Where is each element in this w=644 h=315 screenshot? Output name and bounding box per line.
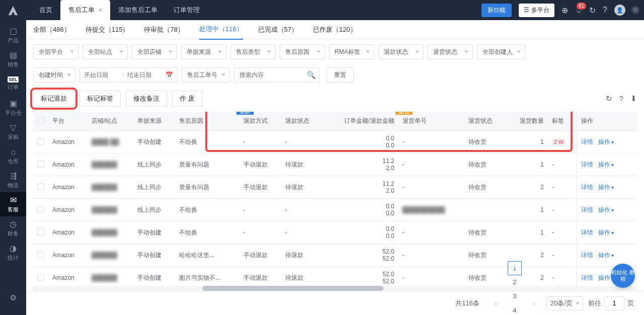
globe-icon[interactable]: ⊕	[561, 6, 568, 15]
reset-button[interactable]: 重置	[327, 67, 354, 83]
detail-link[interactable]: 详情	[581, 252, 593, 259]
action-dropdown[interactable]: 操作	[598, 229, 614, 236]
search-wrap: 🔍	[234, 67, 319, 83]
refresh-icon[interactable]: ↻	[606, 94, 612, 103]
row-checkbox[interactable]	[37, 138, 44, 145]
filter-source[interactable]: 单据来源	[181, 44, 226, 59]
tab-add-aftersales[interactable]: 添加售后工单	[110, 0, 166, 20]
multi-platform-button[interactable]: ☰多平台	[519, 4, 554, 17]
page-next[interactable]: ›	[527, 296, 541, 310]
action-dropdown[interactable]: 操作	[598, 252, 614, 259]
download-icon[interactable]: ⬇	[630, 94, 637, 103]
row-checkbox[interactable]	[37, 251, 44, 258]
page-prev[interactable]: ‹	[489, 296, 503, 310]
page-number[interactable]: 4	[508, 303, 522, 316]
detail-link[interactable]: 详情	[581, 138, 593, 145]
sidebar-label: 平台仓	[5, 109, 22, 117]
date-range[interactable]: - 📅	[79, 67, 178, 83]
cell-return-no: -	[398, 267, 464, 286]
action-dropdown[interactable]: 操作	[598, 184, 614, 191]
sidebar-item-settings[interactable]: ⚙	[0, 286, 26, 310]
sidebar-item-stats[interactable]: ◑统计	[0, 241, 26, 265]
tab-home[interactable]: 首页	[31, 0, 60, 20]
sidebar-item-order[interactable]: SEL订单	[0, 71, 26, 96]
filter-return-status[interactable]: 退货状态	[428, 44, 473, 59]
sidebar-item-purchase[interactable]: ▽采购	[0, 120, 26, 144]
tab-aftersales[interactable]: 售后工单×	[60, 0, 110, 20]
sidebar-label: 统计	[8, 254, 19, 262]
cell-return-no: -	[398, 221, 464, 244]
subtab-all[interactable]: 全部（486）	[33, 20, 70, 39]
sidebar-item-platform-warehouse[interactable]: ▣平台仓	[0, 96, 26, 120]
stack-icon: ☰	[524, 7, 529, 14]
row-checkbox[interactable]	[37, 183, 44, 190]
filter-platform[interactable]: 全部平台	[33, 44, 78, 59]
edit-note-button[interactable]: 修改备注	[126, 91, 167, 107]
filter-refund-status[interactable]: 退款状态	[378, 44, 424, 59]
void-button[interactable]: 作 废	[172, 91, 202, 107]
sidebar-item-finance[interactable]: ◷财务	[0, 216, 26, 241]
help-icon[interactable]: ?	[603, 6, 607, 15]
cell-ops: 详情操作	[577, 176, 637, 199]
subtab-void[interactable]: 已作废（120）	[313, 20, 357, 39]
sidebar-item-service[interactable]: ✉客服	[0, 192, 26, 216]
col-ops: 操作	[577, 112, 637, 131]
bell-icon[interactable]: ♤61	[575, 6, 582, 15]
filter-shop[interactable]: 全部店铺	[132, 44, 177, 59]
help-circle-icon[interactable]: ?	[619, 94, 623, 103]
cell-tag: -	[548, 221, 577, 244]
subtab-pending-approve[interactable]: 待审批（78）	[144, 20, 184, 39]
scroll-thumb[interactable]	[202, 286, 383, 291]
new-feature-button[interactable]: 新功能	[481, 4, 512, 17]
start-date-input[interactable]	[84, 71, 119, 78]
mark-tag-button[interactable]: 标记标签	[79, 91, 121, 107]
detail-link[interactable]: 详情	[581, 161, 593, 168]
cell-qty: 2	[506, 176, 548, 199]
filter-creator[interactable]: 全部创建人	[477, 44, 525, 59]
page-jump-input[interactable]	[604, 296, 624, 310]
page-size-select[interactable]: 20条/页	[546, 296, 583, 310]
cell-refund-method: 手动退款	[239, 267, 281, 286]
tab-order-mgmt[interactable]: 订单管理	[166, 0, 208, 20]
avatar[interactable]: 👤	[614, 5, 625, 16]
row-checkbox[interactable]	[37, 274, 44, 281]
detail-link[interactable]: 详情	[581, 184, 593, 191]
cell-return-status: 待收货	[464, 267, 506, 286]
detail-link[interactable]: 详情	[581, 274, 593, 281]
horizontal-scrollbar[interactable]	[33, 286, 637, 291]
filter-reason[interactable]: 售后原因	[280, 44, 325, 59]
history-icon[interactable]: ↻	[589, 6, 596, 15]
subtab-completed[interactable]: 已完成（57）	[258, 20, 298, 39]
float-help-button[interactable]: 初始化 教程	[611, 264, 635, 288]
tag-badge: 2 W	[552, 138, 566, 145]
filter-rma[interactable]: RMA标签	[329, 44, 374, 59]
row-checkbox[interactable]	[37, 206, 44, 213]
detail-link[interactable]: 详情	[581, 229, 593, 236]
action-dropdown[interactable]: 操作	[598, 206, 614, 213]
page-number[interactable]: 3	[508, 289, 522, 303]
action-dropdown[interactable]: 操作	[598, 161, 614, 168]
cell-return-status	[464, 199, 506, 221]
mark-refund-button[interactable]: 标记退款	[33, 91, 74, 107]
action-dropdown[interactable]: 操作	[598, 138, 614, 145]
cell-refund-method: -	[239, 131, 281, 153]
sidebar-item-product[interactable]: ▢产品	[0, 23, 26, 47]
select-all-checkbox[interactable]	[37, 117, 44, 124]
filter-create-time[interactable]: 创建时间	[33, 67, 75, 83]
row-checkbox[interactable]	[37, 161, 44, 168]
filter-ticket-no[interactable]: 售后工单号	[182, 67, 230, 83]
subtab-pending-submit[interactable]: 待提交（115）	[86, 20, 129, 39]
sidebar-item-sales[interactable]: ▤销售	[0, 47, 26, 71]
sidebar-item-logistics[interactable]: ⇶物流	[0, 168, 26, 192]
row-checkbox[interactable]	[37, 228, 44, 235]
search-icon[interactable]: 🔍	[307, 71, 315, 79]
subtab-processing[interactable]: 处理中（116）	[199, 20, 243, 40]
cell-reason: 不给换	[175, 221, 239, 244]
filter-type[interactable]: 售后类型	[230, 44, 276, 59]
end-date-input[interactable]	[127, 71, 163, 78]
detail-link[interactable]: 详情	[581, 206, 593, 213]
cell-shop: ██████	[88, 221, 133, 244]
sidebar-item-warehouse[interactable]: ⌂仓库	[0, 144, 26, 168]
filter-site[interactable]: 全部站点	[83, 44, 128, 59]
close-icon[interactable]: ×	[99, 7, 102, 14]
